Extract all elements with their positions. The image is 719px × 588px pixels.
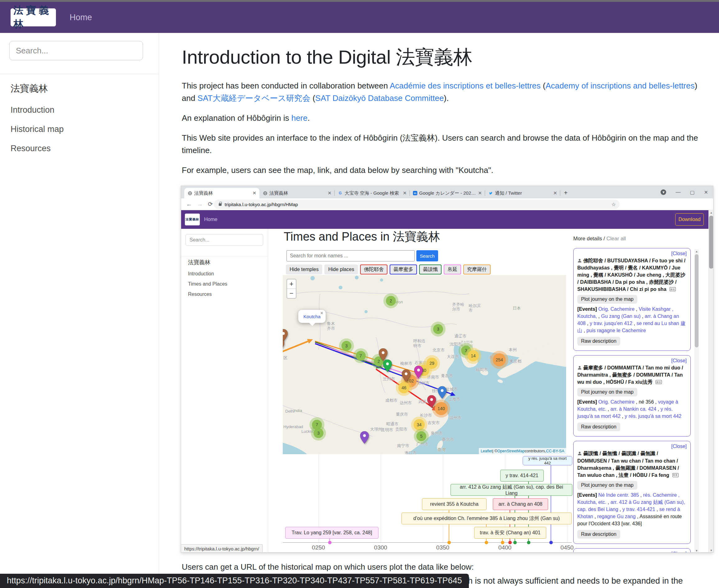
timeline-event-dot[interactable] <box>527 541 531 544</box>
site-logo[interactable]: 法寶義林 <box>11 8 56 26</box>
sidebar-item-1[interactable]: Introduction <box>11 105 159 115</box>
chip-5[interactable]: 帛延 <box>444 265 461 274</box>
zoom-in-button[interactable]: + <box>287 279 296 289</box>
panel-scrollbar[interactable]: ▲ ▼ <box>695 249 699 553</box>
card-close-link[interactable]: [Close] <box>577 251 687 256</box>
card-close-link[interactable]: [Close] <box>577 358 687 363</box>
reload-icon[interactable]: ⟳ <box>208 201 213 208</box>
embedded-page-scrollbar[interactable]: ▲ ▼ <box>708 210 714 553</box>
map-cluster-marker[interactable]: 7 <box>356 351 366 361</box>
map-cluster-marker[interactable]: 3 <box>341 341 352 351</box>
sidebar-item-0[interactable]: 法寶義林 <box>11 82 159 95</box>
chip-4[interactable]: 曇謨懺 <box>419 265 441 274</box>
map-cluster-marker[interactable]: 3 <box>433 324 443 334</box>
browser-tab-2[interactable]: G大宝寺 空海 - Google 検索✕ <box>335 188 410 198</box>
timeline-event-dot[interactable] <box>550 541 553 544</box>
monk-search-button[interactable]: Search <box>416 250 438 261</box>
forward-icon[interactable]: → <box>197 201 203 208</box>
embedded-nav-item-3[interactable]: Resources <box>188 292 227 297</box>
chip-2[interactable]: 佛陀耶舍 <box>360 265 387 274</box>
map-canvas[interactable]: + − Koutcha ✕ Leaflet | © OpenStreetMap … <box>283 275 566 454</box>
card-close-link[interactable]: [Close] <box>577 444 687 449</box>
raw-description-button[interactable]: Raw description <box>577 530 620 539</box>
timeline-event-dot[interactable] <box>501 541 504 544</box>
timeline-event-dot[interactable] <box>328 541 332 544</box>
timeline-event-dot[interactable] <box>513 541 517 544</box>
embedded-nav-item-1[interactable]: Introduction <box>188 271 227 277</box>
map-cluster-marker[interactable]: 46 <box>398 382 410 393</box>
map-cluster-marker[interactable]: 5 <box>416 431 426 441</box>
timeline[interactable]: 02500300035004000450y rés. jusqu'à sa mo… <box>283 454 572 547</box>
timeline-event-dot[interactable] <box>508 541 512 544</box>
map-popup-place-link[interactable]: Koutcha <box>303 314 320 319</box>
back-icon[interactable]: ← <box>186 201 192 208</box>
close-icon[interactable]: ✕ <box>704 189 708 195</box>
sidebar-search-input[interactable] <box>9 41 143 60</box>
event-link[interactable]: puis ragagne le Cachemire <box>586 328 646 333</box>
event-link[interactable]: y rés. jusqu'à sa mort 442 <box>624 414 681 419</box>
browser-tab-1[interactable]: 法寶義林✕ <box>259 188 335 198</box>
nav-home-link[interactable]: Home <box>69 13 92 22</box>
address-bar[interactable]: tripitaka.l.u-tokyo.ac.jp/hbgrn/HMap ☆ <box>214 200 620 209</box>
chip-0[interactable]: Hide temples <box>286 265 322 274</box>
bookmark-star-icon[interactable]: ☆ <box>612 202 616 207</box>
event-link[interactable]: regagne Gu zang <box>597 514 636 519</box>
map-cluster-marker[interactable]: 34 <box>414 419 425 430</box>
embedded-nav-item-2[interactable]: Times and Places <box>188 281 227 287</box>
event-link[interactable]: Orig. Cachemire <box>598 399 635 404</box>
timeline-event-label[interactable]: arr. à Chang an 408 <box>493 498 548 510</box>
event-link[interactable]: arr. à Nankin ca. 424 <box>611 406 657 412</box>
new-tab-button[interactable]: + <box>564 189 568 196</box>
inline-link[interactable]: Académie des inscriptions et belles-lett… <box>390 81 541 90</box>
raw-description-button[interactable]: Raw description <box>577 422 620 431</box>
url-text[interactable]: tripitaka.l.u-tokyo.ac.jp/hbgrn/HMap <box>225 202 298 207</box>
minimize-icon[interactable]: — <box>676 189 680 195</box>
map-cluster-marker[interactable]: 2 <box>386 296 396 306</box>
tab-close-icon[interactable]: ✕ <box>327 190 332 196</box>
map-pin-marker[interactable] <box>414 366 423 379</box>
text-source-icon[interactable] <box>656 380 662 384</box>
event-link[interactable]: Né Inde centr. 385 <box>598 492 639 498</box>
attribution-link[interactable]: OpenStreetMap <box>497 449 524 453</box>
chip-1[interactable]: Hide places <box>324 265 358 274</box>
embedded-search-input[interactable] <box>185 234 263 246</box>
popup-close-icon[interactable]: ✕ <box>320 311 323 315</box>
timeline-event-dot[interactable] <box>447 541 451 544</box>
attribution-link[interactable]: Leaflet <box>481 449 493 453</box>
timeline-event-label[interactable]: arr. 412 à Gu zang 姑臧 (Gan su), cap. des… <box>451 484 572 496</box>
timeline-event-dot[interactable] <box>485 541 488 544</box>
plot-journey-button[interactable]: Plot journey on the map <box>577 481 637 489</box>
maximize-icon[interactable]: ▢ <box>690 189 695 195</box>
sidebar-item-2[interactable]: Historical map <box>11 125 159 134</box>
tab-close-icon[interactable]: ✕ <box>478 190 482 196</box>
plot-journey-button[interactable]: Plot journey on the map <box>577 388 637 396</box>
tab-close-icon[interactable]: ✕ <box>252 190 256 196</box>
download-button[interactable]: Download <box>675 213 704 226</box>
inline-link[interactable]: Academy of inscriptions and belles-lettr… <box>546 81 695 90</box>
map-pin-marker[interactable] <box>438 386 446 400</box>
zoom-out-button[interactable]: − <box>287 289 296 298</box>
browser-tab-3[interactable]: 31Google カレンダー - 2021年 10月✕ <box>410 188 485 198</box>
timeline-event-label[interactable]: trav. à 長安 (Chang an) 401 <box>474 527 546 539</box>
inline-link[interactable]: SAT大蔵経データベース研究会 <box>198 93 311 103</box>
attribution-link[interactable]: CC-BY-SA <box>546 449 564 453</box>
map-cluster-marker[interactable]: 254 <box>493 353 506 366</box>
embedded-logo[interactable]: 法寶義林 <box>185 214 200 225</box>
monk-search-input[interactable] <box>286 250 415 261</box>
text-source-icon[interactable] <box>670 287 676 291</box>
event-link[interactable]: y trav. jusqu'en 412 <box>590 321 632 326</box>
chip-3[interactable]: 曇摩蜜多 <box>390 265 417 274</box>
map-cluster-marker[interactable]: 140 <box>435 402 448 415</box>
tab-close-icon[interactable]: ✕ <box>403 190 407 196</box>
card-close-link[interactable]: [Close] <box>577 551 687 553</box>
map-cluster-marker[interactable]: 3 <box>314 428 323 438</box>
raw-description-button[interactable]: Raw description <box>577 337 620 345</box>
event-link[interactable]: Orig. Cachemire <box>598 307 635 312</box>
map-pin-marker[interactable] <box>402 370 411 383</box>
map-pin-marker[interactable] <box>360 431 369 445</box>
timeline-event-label[interactable]: y trav. 414-421 <box>500 470 544 482</box>
timeline-event-label[interactable]: y rés. jusqu'à sa mort 442 <box>523 456 572 465</box>
sidebar-item-3[interactable]: Resources <box>11 144 159 153</box>
timeline-event-label[interactable]: Trav. Lo yang 259 [var. 258, ca. 248] <box>285 527 378 539</box>
inline-link[interactable]: SAT Daizōkyō Database Committee <box>315 93 444 103</box>
